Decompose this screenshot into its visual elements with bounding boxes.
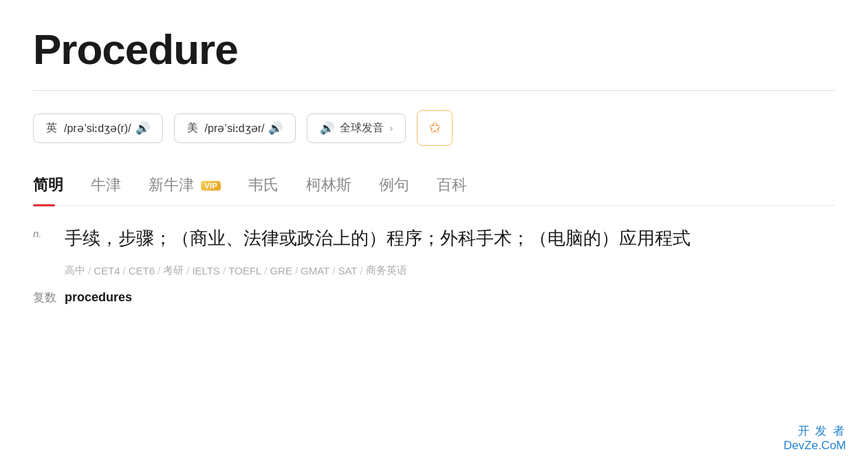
british-phonetic: /prəˈsiːdʒə(r)/	[64, 122, 131, 135]
devze-top-text: 开 发 者	[783, 423, 846, 439]
tag-toefl: TOEFL	[228, 265, 261, 277]
american-sound-icon: 🔊	[268, 121, 283, 136]
star-icon: ✩	[428, 119, 441, 137]
tag-gre: GRE	[270, 265, 292, 277]
tag-sat: SAT	[338, 265, 357, 277]
tag-cet4: CET4	[94, 265, 120, 277]
tag-ielts: IELTS	[192, 265, 220, 277]
plural-label: 复数	[33, 290, 56, 305]
tab-niujin[interactable]: 牛津	[91, 168, 140, 205]
tag-business: 商务英语	[366, 264, 407, 277]
tab-jianming[interactable]: 简明	[33, 168, 83, 205]
global-sound-icon: 🔊	[320, 121, 334, 136]
global-pronunciation-label: 全球发音	[340, 121, 384, 136]
american-phonetic: /prəˈsiːdʒər/	[205, 122, 265, 135]
tag-kaoyan: 考研	[163, 264, 184, 277]
plural-row: 复数 procedures	[33, 290, 835, 305]
exam-tags-row: 高中 / CET4 / CET6 / 考研 / IELTS / TOEFL / …	[65, 264, 835, 277]
favorite-button[interactable]: ✩	[417, 110, 453, 146]
definition-text: 手续，步骤；（商业、法律或政治上的）程序；外科手术；（电脑的）应用程式	[65, 225, 835, 252]
vip-badge: VIP	[201, 181, 221, 191]
global-arrow-icon: ›	[389, 122, 393, 133]
plural-value: procedures	[65, 290, 132, 305]
global-pronunciation-button[interactable]: 🔊 全球发音 ›	[307, 113, 406, 143]
tab-xin-niujin[interactable]: 新牛津 VIP	[149, 168, 240, 205]
pronunciation-row: 英 /prəˈsiːdʒə(r)/ 🔊 美 /prəˈsiːdʒər/ 🔊 🔊 …	[33, 110, 835, 146]
british-sound-icon: 🔊	[135, 121, 150, 136]
word-title: Procedure	[33, 0, 835, 90]
dictionary-tabs: 简明 牛津 新牛津 VIP 韦氏 柯林斯 例句 百科	[33, 168, 835, 206]
tab-kelins[interactable]: 柯林斯	[306, 168, 371, 205]
tab-baike[interactable]: 百科	[437, 168, 486, 205]
tab-liju[interactable]: 例句	[379, 168, 428, 205]
british-pronunciation-button[interactable]: 英 /prəˈsiːdʒə(r)/ 🔊	[33, 113, 163, 143]
british-label: 英	[46, 121, 57, 136]
american-pronunciation-button[interactable]: 美 /prəˈsiːdʒər/ 🔊	[174, 113, 296, 143]
tag-gaozhong: 高中	[65, 264, 85, 277]
devze-bottom-text: DevZe.CoM	[783, 439, 846, 453]
devze-watermark: 开 发 者 DevZe.CoM	[783, 423, 846, 453]
title-divider	[33, 90, 835, 91]
tab-weishi[interactable]: 韦氏	[248, 168, 298, 205]
american-label: 美	[187, 121, 198, 136]
definition-block: n. 手续，步骤；（商业、法律或政治上的）程序；外科手术；（电脑的）应用程式	[33, 225, 835, 252]
part-of-speech: n.	[33, 228, 52, 239]
tag-gmat: GMAT	[301, 265, 329, 277]
tag-cet6: CET6	[129, 265, 155, 277]
